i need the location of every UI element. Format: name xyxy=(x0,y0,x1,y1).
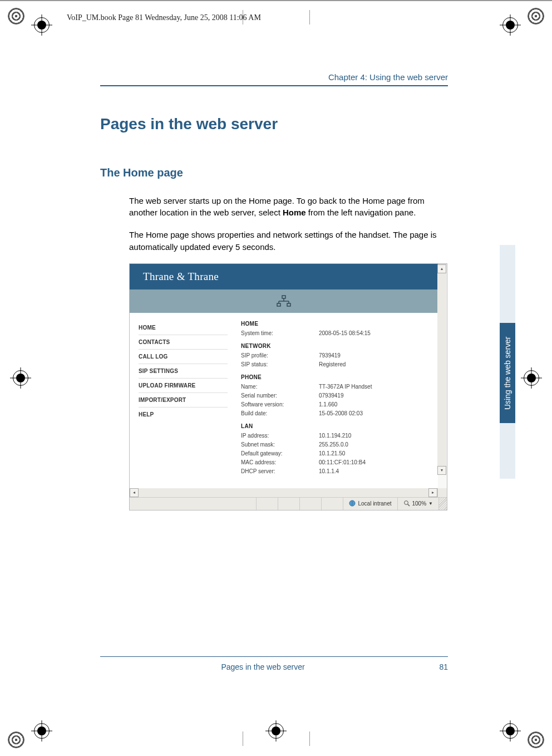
scroll-left-icon[interactable]: ◂ xyxy=(130,488,139,497)
screenshot-row-label: Name: xyxy=(241,384,319,390)
screenshot-row-value: 1.1.660 xyxy=(319,401,429,408)
thumb-tab-light xyxy=(500,423,515,479)
screenshot-row-value: 2008-05-15 08:54:15 xyxy=(319,330,429,336)
screenshot-data-row: DHCP server:10.1.1.4 xyxy=(241,468,429,474)
screenshot-row-label: Software version: xyxy=(241,401,319,408)
crop-target-icon xyxy=(31,14,52,36)
screenshot-nav-item[interactable]: CALL LOG xyxy=(139,350,228,364)
status-cell xyxy=(256,498,278,510)
chapter-label: Chapter 4: Using the web server xyxy=(100,72,448,82)
network-icon xyxy=(276,295,292,307)
scroll-right-icon[interactable]: ▸ xyxy=(428,488,437,497)
vertical-scrollbar[interactable]: ▴ ▾ xyxy=(437,264,446,475)
screenshot-row-label: Subnet mask: xyxy=(241,441,319,448)
screenshot-row-label: IP address: xyxy=(241,433,319,439)
screenshot-data-row: MAC address:00:11:CF:01:10:B4 xyxy=(241,459,429,465)
screenshot-row-value: 10.1.21.50 xyxy=(319,450,429,456)
registration-mark-icon xyxy=(8,732,24,748)
screenshot-data-row: Build date:15-05-2008 02:03 xyxy=(241,410,429,416)
paragraph-bold: Home xyxy=(283,208,306,217)
page-footer: Pages in the web server 81 xyxy=(100,656,448,672)
section-title: The Home page xyxy=(100,166,448,179)
registration-mark-icon xyxy=(528,732,544,748)
crop-target-icon xyxy=(500,14,521,36)
document-meta-header: VoIP_UM.book Page 81 Wednesday, June 25,… xyxy=(67,13,261,22)
status-zone-label: Local intranet xyxy=(358,500,391,507)
screenshot-row-label: MAC address: xyxy=(241,459,319,465)
thumb-tab-label: Using the web server xyxy=(503,336,512,410)
status-cell xyxy=(278,498,299,510)
screenshot-row-value: Registered xyxy=(319,361,429,367)
thumb-tab: Using the web server xyxy=(500,323,515,423)
screenshot-nav-item[interactable]: HOME xyxy=(139,321,228,335)
body-text: The web server starts up on the Home pag… xyxy=(129,195,448,253)
thumb-tab-light xyxy=(500,245,515,323)
screenshot-row-value: 7939419 xyxy=(319,352,429,359)
screenshot-nav-item[interactable]: HELP xyxy=(139,408,228,421)
screenshot-brand-header: Thrane & Thrane xyxy=(130,264,438,289)
screenshot-statusbar: Local intranet 100% ▼ xyxy=(130,497,447,510)
screenshot-data-row: SIP status:Registered xyxy=(241,361,429,367)
screenshot-row-value: 15-05-2008 02:03 xyxy=(319,410,429,416)
screenshot-row-label: Build date: xyxy=(241,410,319,416)
screenshot-data-row: Serial number:07939419 xyxy=(241,392,429,399)
screenshot-row-value: 10.1.1.4 xyxy=(319,468,429,474)
paragraph-text: The Home page shows properties and netwo… xyxy=(129,229,448,253)
status-cell xyxy=(321,498,343,510)
svg-rect-5 xyxy=(277,303,280,306)
zoom-icon xyxy=(403,500,410,508)
screenshot-data-row: SIP profile:7939419 xyxy=(241,352,429,359)
scroll-down-icon[interactable]: ▾ xyxy=(437,466,446,475)
screenshot-section-title: HOME xyxy=(241,321,429,327)
screenshot-nav-item[interactable]: CONTACTS xyxy=(139,335,228,350)
status-cell xyxy=(299,498,321,510)
screenshot-section-title: NETWORK xyxy=(241,343,429,349)
chevron-down-icon: ▼ xyxy=(428,501,433,506)
resize-grip-icon[interactable] xyxy=(438,498,447,510)
svg-rect-6 xyxy=(287,303,290,306)
screenshot-row-label: System time: xyxy=(241,330,319,336)
screenshot-data-row: Software version:1.1.660 xyxy=(241,401,429,408)
screenshot-data-row: Name:TT-3672A IP Handset xyxy=(241,384,429,390)
scroll-up-icon[interactable]: ▴ xyxy=(437,264,446,273)
footer-text: Pages in the web server xyxy=(100,662,426,671)
screenshot-data-row: Default gateway:10.1.21.50 xyxy=(241,450,429,456)
crop-target-icon xyxy=(10,367,31,389)
scrollbar-corner xyxy=(437,488,447,497)
paragraph-text: from the left navigation pane. xyxy=(306,208,416,217)
screenshot-banner xyxy=(130,289,438,313)
screenshot-nav-item[interactable]: UPLOAD FIRMWARE xyxy=(139,379,228,393)
screenshot-main: HOMESystem time:2008-05-15 08:54:15NETWO… xyxy=(232,313,438,488)
crop-target-icon xyxy=(500,720,521,742)
status-zoom[interactable]: 100% ▼ xyxy=(397,498,439,510)
screenshot-row-label: SIP profile: xyxy=(241,352,319,359)
screenshot-nav-item[interactable]: IMPORT/EXPORT xyxy=(139,393,228,408)
screenshot-nav-item[interactable]: SIP SETTINGS xyxy=(139,364,228,379)
svg-rect-0 xyxy=(282,296,285,298)
svg-point-8 xyxy=(404,500,408,504)
screenshot-data-row: IP address:10.1.194.210 xyxy=(241,433,429,439)
embedded-screenshot: Thrane & Thrane xyxy=(129,263,447,510)
screenshot-row-value: 255.255.0.0 xyxy=(319,441,429,448)
registration-mark-icon xyxy=(528,8,544,24)
footer-page-number: 81 xyxy=(426,662,448,671)
chapter-rule xyxy=(100,85,448,86)
screenshot-section-title: LAN xyxy=(241,423,429,429)
screenshot-row-label: Default gateway: xyxy=(241,450,319,456)
crop-target-icon xyxy=(521,367,542,389)
registration-mark-icon xyxy=(8,8,24,24)
svg-line-9 xyxy=(407,504,409,505)
screenshot-data-row: Subnet mask:255.255.0.0 xyxy=(241,441,429,448)
screenshot-row-value: 07939419 xyxy=(319,392,429,399)
screenshot-row-label: SIP status: xyxy=(241,361,319,367)
screenshot-data-row: System time:2008-05-15 08:54:15 xyxy=(241,330,429,336)
crop-target-icon xyxy=(265,720,287,742)
globe-icon xyxy=(349,500,356,508)
screenshot-row-label: Serial number: xyxy=(241,392,319,399)
screenshot-row-value: 00:11:CF:01:10:B4 xyxy=(319,459,429,465)
horizontal-scrollbar[interactable]: ◂ ▸ xyxy=(130,488,447,497)
screenshot-row-label: DHCP server: xyxy=(241,468,319,474)
page-title: Pages in the web server xyxy=(100,115,448,133)
screenshot-row-value: 10.1.194.210 xyxy=(319,433,429,439)
status-zone: Local intranet xyxy=(343,498,397,510)
